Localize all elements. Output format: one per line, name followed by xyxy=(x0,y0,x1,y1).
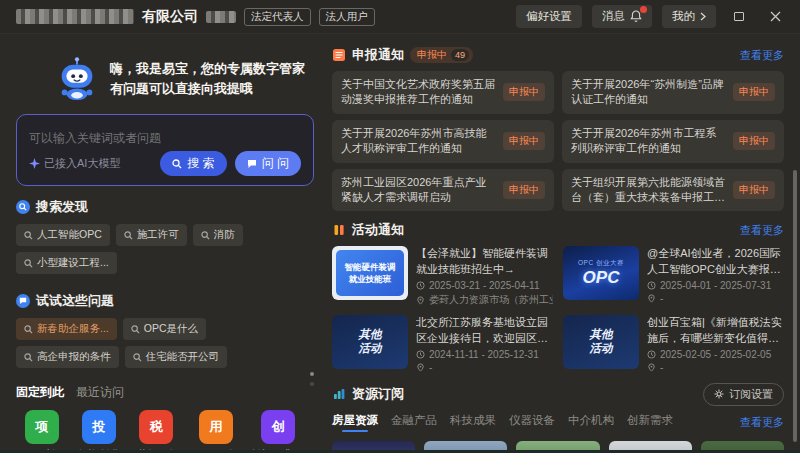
search-icon xyxy=(24,325,33,334)
notice-item[interactable]: 苏州工业园区2026年重点产业紧缺人才需求调研启动 申报中 xyxy=(332,169,554,212)
thumbnail-text-2: 活动 xyxy=(590,342,613,356)
thumbnail-text-1: 其他 xyxy=(590,328,613,342)
mascot-robot-icon xyxy=(54,56,100,102)
question-tag[interactable]: OPC是什么 xyxy=(123,318,206,340)
app-tile[interactable]: 项 项目建设 xyxy=(16,410,67,453)
question-tag-label: 高企申报的条件 xyxy=(37,350,111,364)
app-icon-glyph: 创 xyxy=(271,418,284,436)
activity-card[interactable]: 智能硬件装调 就业技能班 【会泽就业】智能硬件装调就业技能班招生中→ 2025-… xyxy=(332,246,553,307)
subscription-settings-button[interactable]: 订阅设置 xyxy=(703,383,784,406)
subscription-settings-label: 订阅设置 xyxy=(729,387,773,402)
question-tag[interactable]: 住宅能否开公司 xyxy=(125,346,228,368)
user-name-redacted xyxy=(206,11,236,23)
search-tag[interactable]: 小型建设工程... xyxy=(16,252,117,274)
resource-tab[interactable]: 创新需求 xyxy=(627,413,673,432)
search-icon xyxy=(131,325,140,334)
notice-item[interactable]: 关于开展2026年苏州市工程系列职称评审工作的通知 申报中 xyxy=(562,120,784,163)
close-window-button[interactable] xyxy=(762,6,788,28)
bell-icon xyxy=(630,10,642,23)
declare-status-count: 49 xyxy=(451,49,469,61)
notification-dot xyxy=(640,6,647,13)
question-tag[interactable]: 高企申报的条件 xyxy=(16,346,119,368)
carousel-dot[interactable] xyxy=(310,382,314,386)
activity-location-row: - xyxy=(416,362,553,373)
notice-item[interactable]: 关于中国文化艺术政府奖第五届动漫奖申报推荐工作的通知 申报中 xyxy=(332,71,554,114)
chat-icon xyxy=(247,159,257,169)
app-tile[interactable]: 创 创新需求服务 xyxy=(250,410,306,453)
gear-icon xyxy=(714,389,724,399)
assistant-greeting: 嗨，我是易宝，您的专属数字管家 有问题可以直接向我提哦 xyxy=(110,59,305,99)
thumbnail-text-1: 智能硬件装调 xyxy=(345,261,396,274)
apps-carousel-dots[interactable] xyxy=(310,372,314,386)
resource-tab[interactable]: 中介机构 xyxy=(568,413,614,432)
search-icon xyxy=(24,353,33,362)
my-menu-button[interactable]: 我的 xyxy=(662,5,716,28)
messages-button[interactable]: 消息 xyxy=(592,5,652,28)
search-tag-label: 施工许可 xyxy=(137,228,179,242)
search-tag[interactable]: 消防 xyxy=(193,224,243,246)
app-tile[interactable]: 投 投资创业 xyxy=(73,410,124,453)
resource-tab[interactable]: 科技成果 xyxy=(450,413,496,432)
activity-thumbnail: 智能硬件装调 就业技能班 xyxy=(332,246,408,300)
clock-icon xyxy=(647,281,656,290)
search-icon xyxy=(172,159,182,169)
resource-tab[interactable]: 仪器设备 xyxy=(509,413,555,432)
app-icon-glyph: 税 xyxy=(150,418,163,436)
search-button[interactable]: 搜 索 xyxy=(160,151,226,176)
question-tag-label: 新春助企服务... xyxy=(37,322,109,336)
activity-more-link[interactable]: 查看更多 xyxy=(740,223,784,238)
apps-grid: 项 项目建设 投 投资创业 税 税务服务 xyxy=(16,410,306,453)
location-pin-icon xyxy=(647,363,656,372)
resource-tab[interactable]: 房屋资源 xyxy=(332,413,378,432)
notice-grid: 关于中国文化艺术政府奖第五届动漫奖申报推荐工作的通知 申报中 关于开展2026年… xyxy=(332,71,784,211)
activity-card[interactable]: OPC 创业大赛 OPC @全球AI创业者，2026国际人工智能OPC创业大赛报… xyxy=(563,246,784,307)
search-tag[interactable]: 人工智能OPC xyxy=(16,224,110,246)
messages-label: 消息 xyxy=(602,9,625,24)
app-icon: 税 xyxy=(139,410,173,444)
notice-item[interactable]: 关于开展2026年苏州市高技能人才职称评审工作的通知 申报中 xyxy=(332,120,554,163)
preferences-button[interactable]: 偏好设置 xyxy=(516,5,582,28)
apps-tabs: 固定到此 最近访问 xyxy=(16,384,314,401)
try-questions-tags: 新春助企服务... OPC是什么 高企申报的条件 住宅能否开公司 xyxy=(16,318,314,374)
resource-tab[interactable]: 金融产品 xyxy=(391,413,437,432)
declare-section-header: 申报通知 申报中 49 查看更多 xyxy=(332,46,784,64)
question-tag[interactable]: 新春助企服务... xyxy=(16,318,117,340)
thumbnail-text-2: OPC xyxy=(583,268,620,288)
resources-section-header: 资源订阅 订阅设置 xyxy=(332,383,784,406)
activity-location-row: 娄葑人力资源市场（苏州工业园区... xyxy=(416,293,553,307)
activity-location: - xyxy=(660,362,663,373)
search-discovery-header: 搜索发现 xyxy=(16,198,314,216)
assistant-input[interactable] xyxy=(29,125,301,151)
scrollbar[interactable] xyxy=(793,170,797,442)
clock-icon xyxy=(647,350,656,359)
question-tag-label: 住宅能否开公司 xyxy=(146,350,220,364)
apps-tab[interactable]: 固定到此 xyxy=(16,384,64,401)
carousel-dot-active[interactable] xyxy=(310,372,314,376)
activity-date: 2025-03-21 - 2025-04-11 xyxy=(429,280,539,291)
notice-status-tag: 申报中 xyxy=(733,132,775,150)
chevron-right-icon xyxy=(700,12,706,21)
activity-card[interactable]: 其他 活动 北交所江苏服务基地设立园区企业接待日，欢迎园区企业来访来询！ 202… xyxy=(332,315,553,373)
app-tile[interactable]: 税 税务服务 xyxy=(131,410,182,453)
search-tag[interactable]: 施工许可 xyxy=(116,224,187,246)
notice-status-tag: 申报中 xyxy=(503,132,545,150)
titlebar: 有限公司 法定代表人 法人用户 偏好设置 消息 我的 xyxy=(0,0,800,34)
app-tile[interactable]: 用 用工服务 xyxy=(188,410,244,453)
ask-button[interactable]: 问 问 xyxy=(235,151,301,176)
activity-date-row: 2024-11-11 - 2025-12-31 xyxy=(416,349,553,360)
resources-more-link[interactable]: 查看更多 xyxy=(740,415,784,430)
declare-more-link[interactable]: 查看更多 xyxy=(740,48,784,63)
activity-card[interactable]: 其他 活动 创业百宝箱|《新增值税法实施后，有哪些新变化值得关注》 2025-0… xyxy=(563,315,784,373)
search-discovery-title: 搜索发现 xyxy=(36,198,88,216)
search-tag-label: 小型建设工程... xyxy=(37,256,109,270)
app-icon-glyph: 项 xyxy=(35,418,48,436)
apps-tab[interactable]: 最近访问 xyxy=(76,384,124,401)
activity-date: 2025-02-05 - 2025-02-05 xyxy=(660,349,771,360)
close-icon xyxy=(770,11,781,22)
notice-status-tag: 申报中 xyxy=(503,83,545,101)
restore-window-button[interactable] xyxy=(726,6,752,28)
search-icon xyxy=(124,231,133,240)
notice-item[interactable]: 关于组织开展第六批能源领域首台（套）重大技术装备申报工作的通知 申报中 xyxy=(562,169,784,212)
app-icon: 投 xyxy=(82,410,116,444)
notice-item[interactable]: 关于开展2026年“苏州制造”品牌认证工作的通知 申报中 xyxy=(562,71,784,114)
